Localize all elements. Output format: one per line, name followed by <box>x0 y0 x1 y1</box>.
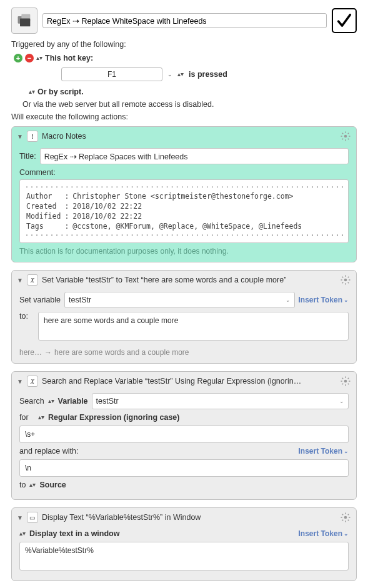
svg-point-6 <box>344 516 347 519</box>
display-mode-stepper[interactable]: ▴▾ <box>19 531 26 536</box>
gear-icon[interactable] <box>340 512 351 523</box>
hotkey-trigger-label: This hot key: <box>45 54 93 62</box>
actions-heading: Will execute the following actions: <box>11 112 357 121</box>
to-label: to: <box>19 312 34 321</box>
svg-rect-2 <box>20 19 30 27</box>
action-display-text: ▼ ▭ Display Text “%Variable%testStr%” in… <box>11 507 357 581</box>
action-set-variable: ▼ X Set Variable “testStr” to Text “here… <box>11 270 357 364</box>
preview-left: here… <box>19 348 42 357</box>
comment-label: Comment: <box>19 168 349 177</box>
disclosure-icon[interactable]: ▼ <box>17 514 23 521</box>
pattern-field[interactable]: \s+ <box>19 426 349 443</box>
enabled-checkbox[interactable] <box>332 8 357 33</box>
disclosure-icon[interactable]: ▼ <box>17 277 23 284</box>
to-label: to <box>19 481 26 489</box>
display-mode: Display text in a window <box>29 529 119 538</box>
search-var-field[interactable]: testStr⌄ <box>92 393 349 409</box>
macro-icon <box>11 7 37 34</box>
display-value-field[interactable]: %Variable%testStr% <box>19 542 349 571</box>
trigger-stepper[interactable]: ▴▾ <box>36 56 42 61</box>
action-title: Macro Notes <box>42 132 86 141</box>
action-title: Display Text “%Variable%testStr%” in Win… <box>42 513 201 522</box>
script-stepper[interactable]: ▴▾ <box>29 89 35 94</box>
variable-icon: X <box>27 376 38 387</box>
note-icon: ! <box>27 131 38 142</box>
remove-trigger-button[interactable]: − <box>25 54 34 62</box>
replace-label: and replace with: <box>19 447 79 456</box>
triggers-heading: Triggered by any of the following: <box>11 40 357 49</box>
mode-stepper[interactable]: ▴▾ <box>38 415 44 420</box>
search-target: Variable <box>58 397 88 406</box>
variable-name-field[interactable]: testStr⌄ <box>64 292 295 308</box>
title-label: Title: <box>19 152 36 161</box>
svg-point-4 <box>344 279 347 282</box>
search-label: Search <box>19 397 44 406</box>
action-macro-notes: ▼ ! Macro Notes Title: RegEx ⇢ Replace S… <box>11 126 357 262</box>
replacement-field[interactable]: \n <box>19 459 349 477</box>
dest-stepper[interactable]: ▴▾ <box>29 482 36 487</box>
gear-icon[interactable] <box>340 274 351 286</box>
webserver-note: Or via the web server but all remote acc… <box>22 100 357 109</box>
title-field[interactable]: RegEx ⇢ Replace Spaces with Linefeeds <box>40 148 349 164</box>
hotkey-input[interactable]: F1 <box>61 67 162 81</box>
dest-label: Source <box>39 481 66 489</box>
disclosure-icon[interactable]: ▼ <box>17 378 23 385</box>
svg-point-3 <box>344 135 347 138</box>
gear-icon[interactable] <box>340 131 351 142</box>
macro-name-input[interactable] <box>42 13 327 28</box>
svg-point-5 <box>344 380 347 383</box>
window-icon: ▭ <box>27 512 38 523</box>
gear-icon[interactable] <box>340 376 351 387</box>
insert-token-button[interactable]: Insert Token⌄ <box>299 447 349 456</box>
hotkey-mode-label: is pressed <box>189 70 227 79</box>
insert-token-button[interactable]: Insert Token⌄ <box>299 529 349 538</box>
action-title: Search and Replace Variable “testStr” Us… <box>42 377 301 386</box>
search-target-stepper[interactable]: ▴▾ <box>48 399 54 404</box>
for-label: for <box>19 413 34 422</box>
doc-note: This action is for documentation purpose… <box>19 247 349 256</box>
add-trigger-button[interactable]: + <box>14 54 22 62</box>
insert-token-button[interactable]: Insert Token⌄ <box>299 296 349 304</box>
value-field[interactable]: here are some words and a couple more <box>38 312 349 341</box>
search-mode: Regular Expression (ignoring case) <box>48 413 179 422</box>
variable-icon: X <box>27 274 38 286</box>
preview-right: here are some words and a couple more <box>54 348 189 357</box>
action-search-replace: ▼ X Search and Replace Variable “testStr… <box>11 371 357 500</box>
setvar-label: Set variable <box>19 296 61 304</box>
comment-field[interactable]: ········································… <box>19 179 349 243</box>
script-trigger-label: Or by script. <box>37 87 84 96</box>
hotkey-mode-stepper[interactable]: ▴▾ <box>177 72 184 77</box>
disclosure-icon[interactable]: ▼ <box>17 133 23 140</box>
hotkey-dropdown-icon[interactable]: ⌄ <box>167 71 172 77</box>
action-title: Set Variable “testStr” to Text “here are… <box>42 276 286 284</box>
